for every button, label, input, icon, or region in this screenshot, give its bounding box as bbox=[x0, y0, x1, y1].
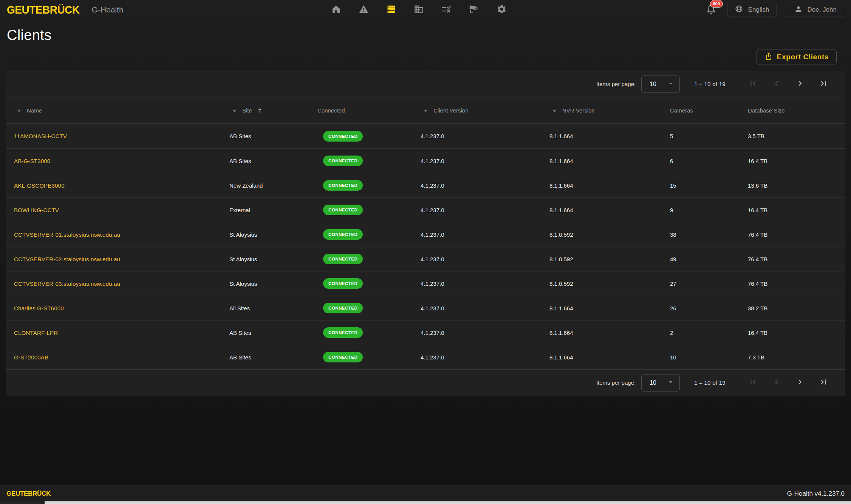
language-label: English bbox=[748, 6, 769, 14]
brand-logo: GEUTEBRÜCK bbox=[7, 3, 80, 17]
prev-page-button[interactable] bbox=[765, 375, 788, 391]
connected-cell: CONNECTED bbox=[317, 278, 420, 289]
nvr-version-cell: 8.1.1.664 bbox=[549, 133, 669, 139]
chevron-left-icon bbox=[772, 79, 781, 89]
client-name-link[interactable]: AKL-GSCOPE3000 bbox=[14, 182, 65, 189]
table-header-row: NameSiteConnectedClient VersionNVR Versi… bbox=[6, 97, 845, 124]
cameras-cell: 5 bbox=[669, 133, 747, 139]
table-row: Charlies G-ST6000All SitesCONNECTED4.1.2… bbox=[6, 296, 845, 320]
cameras-cell: 9 bbox=[669, 207, 747, 213]
cameras-cell: 26 bbox=[669, 305, 747, 311]
client-name-link[interactable]: CCTVSERVER-03.staloysius.nsw.edu.au bbox=[14, 281, 120, 287]
last-page-button[interactable] bbox=[812, 375, 835, 391]
column-header-label: Cameras bbox=[670, 107, 693, 114]
connected-cell: CONNECTED bbox=[317, 303, 420, 313]
connected-cell: CONNECTED bbox=[317, 180, 420, 191]
building-icon bbox=[414, 4, 424, 15]
nav-home[interactable] bbox=[330, 4, 342, 15]
site-cell: St Aloysius bbox=[229, 256, 317, 262]
client-name-link[interactable]: CLONTARF-LPR bbox=[14, 330, 58, 336]
table-row: BOWLING-CCTVExternalCONNECTED4.1.237.08.… bbox=[6, 197, 845, 222]
column-header-name[interactable]: Name bbox=[6, 107, 229, 114]
next-page-button[interactable] bbox=[788, 375, 812, 391]
table-row: CCTVSERVER-01.staloysius.nsw.edu.auSt Al… bbox=[6, 222, 845, 247]
items-per-page-select[interactable]: 10 bbox=[641, 76, 680, 93]
footer-brand: GEUTEBRÜCK bbox=[6, 490, 51, 498]
client-name-link[interactable]: G-ST2000AB bbox=[14, 354, 48, 361]
nav-clients[interactable] bbox=[385, 4, 397, 15]
globe-icon bbox=[735, 5, 743, 15]
status-badge: CONNECTED bbox=[323, 327, 363, 338]
site-cell: New Zealand bbox=[229, 182, 317, 189]
column-header-nvr_version[interactable]: NVR Version bbox=[549, 107, 669, 114]
column-header-site[interactable]: Site bbox=[229, 107, 317, 114]
client-name-link[interactable]: AB-G-ST3000 bbox=[14, 158, 50, 164]
export-icon bbox=[764, 52, 773, 62]
client-name-link[interactable]: CCTVSERVER-02.staloysius.nsw.edu.au bbox=[14, 256, 120, 262]
clients-table-card: Items per page: 10 1 – 10 of 19 Name bbox=[6, 71, 845, 396]
notifications-button[interactable]: 809 bbox=[705, 3, 717, 16]
nav-settings[interactable] bbox=[496, 4, 507, 15]
export-clients-button[interactable]: Export Clients bbox=[757, 49, 837, 65]
first-page-button[interactable] bbox=[741, 375, 765, 391]
filter-icon[interactable] bbox=[16, 107, 22, 114]
footer: GEUTEBRÜCK G-Health v4.1.237.0 bbox=[0, 486, 851, 501]
client-version-cell: 4.1.237.0 bbox=[420, 281, 549, 287]
client-version-cell: 4.1.237.0 bbox=[420, 207, 549, 213]
client-version-cell: 4.1.237.0 bbox=[420, 305, 549, 311]
notification-count-badge: 809 bbox=[710, 0, 723, 8]
client-name-link[interactable]: CCTVSERVER-01.staloysius.nsw.edu.au bbox=[14, 231, 120, 238]
client-name-link[interactable]: BOWLING-CCTV bbox=[14, 207, 59, 213]
filter-icon[interactable] bbox=[231, 107, 238, 114]
nav-sites[interactable] bbox=[413, 4, 424, 15]
connected-cell: CONNECTED bbox=[317, 327, 420, 338]
items-per-page-select[interactable]: 10 bbox=[641, 374, 680, 391]
nav-alerts[interactable] bbox=[358, 4, 369, 15]
items-per-page-value: 10 bbox=[650, 379, 656, 386]
page-title: Clients bbox=[7, 27, 851, 43]
filter-icon[interactable] bbox=[422, 107, 429, 114]
last-page-icon bbox=[819, 79, 828, 89]
column-header-cameras[interactable]: Cameras bbox=[669, 107, 747, 114]
cameras-cell: 10 bbox=[669, 354, 747, 361]
database-size-cell: 76.4 TB bbox=[747, 256, 845, 262]
topbar-right: 809 English Doe, John bbox=[705, 3, 844, 17]
chevron-right-icon bbox=[795, 79, 805, 89]
client-version-cell: 4.1.237.0 bbox=[420, 182, 549, 189]
connected-cell: CONNECTED bbox=[317, 229, 420, 240]
first-page-button[interactable] bbox=[741, 76, 765, 92]
status-badge: CONNECTED bbox=[323, 205, 363, 215]
column-header-database_size[interactable]: Database Size bbox=[747, 107, 845, 114]
client-name-link[interactable]: Charlies G-ST6000 bbox=[14, 305, 64, 311]
first-page-icon bbox=[748, 79, 758, 89]
nvr-version-cell: 8.1.1.664 bbox=[549, 182, 669, 189]
person-icon bbox=[794, 5, 803, 15]
checklist-icon bbox=[441, 4, 452, 15]
main-content: Clients Export Clients Items per page: 1… bbox=[0, 27, 851, 396]
prev-page-button[interactable] bbox=[765, 76, 788, 92]
nav-cameras[interactable] bbox=[468, 4, 480, 15]
column-header-client_version[interactable]: Client Version bbox=[420, 107, 549, 114]
site-cell: All Sites bbox=[229, 305, 317, 311]
language-button[interactable]: English bbox=[727, 3, 777, 17]
table-row: G-ST2000ABAB SitesCONNECTED4.1.237.08.1.… bbox=[6, 345, 845, 369]
client-version-cell: 4.1.237.0 bbox=[420, 256, 549, 262]
user-menu-button[interactable]: Doe, John bbox=[787, 3, 845, 17]
connected-cell: CONNECTED bbox=[317, 205, 420, 215]
client-version-cell: 4.1.237.0 bbox=[420, 330, 549, 336]
cameras-cell: 27 bbox=[669, 281, 747, 287]
table-row: CCTVSERVER-02.staloysius.nsw.edu.auSt Al… bbox=[6, 247, 845, 271]
page-range-label: 1 – 10 of 19 bbox=[694, 379, 726, 386]
column-header-connected[interactable]: Connected bbox=[317, 107, 420, 114]
next-page-button[interactable] bbox=[788, 76, 812, 92]
filter-icon[interactable] bbox=[551, 107, 558, 114]
chevron-right-icon bbox=[795, 377, 805, 388]
horizontal-scrollbar-thumb[interactable] bbox=[45, 501, 851, 504]
items-per-page-label: Items per page: bbox=[596, 81, 636, 87]
client-name-link[interactable]: 11AMONASH-CCTV bbox=[14, 133, 67, 139]
site-cell: External bbox=[229, 207, 317, 213]
top-bar: GEUTEBRÜCK G-Health bbox=[0, 0, 851, 20]
nav-checks[interactable] bbox=[441, 4, 452, 15]
site-cell: AB Sites bbox=[229, 133, 317, 139]
last-page-button[interactable] bbox=[812, 76, 835, 92]
